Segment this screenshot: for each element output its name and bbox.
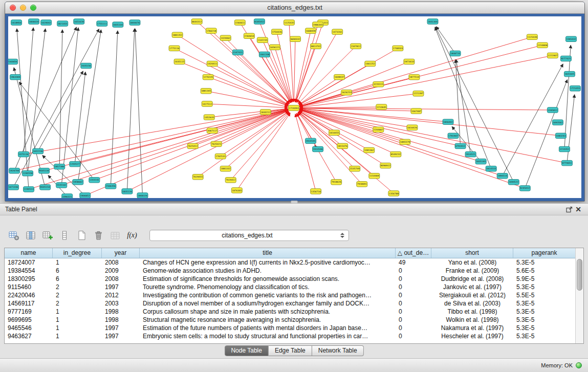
graph-node[interactable]: 3220115	[373, 82, 384, 87]
column-header-short[interactable]: short	[431, 248, 513, 258]
graph-node[interactable]: 1926706	[9, 168, 20, 173]
graph-node[interactable]: 1835104	[113, 22, 123, 27]
table-row[interactable]: 1938455462009Genome-wide association stu…	[5, 267, 576, 275]
graph-edge[interactable]	[298, 112, 374, 176]
graph-node[interactable]: 1656121	[269, 45, 280, 50]
table-scrollbar-thumb[interactable]	[577, 259, 582, 291]
graph-node[interactable]: 1858662	[73, 180, 83, 185]
graph-edge[interactable]	[13, 29, 99, 187]
graph-node[interactable]: 2260611	[234, 20, 245, 25]
graph-node[interactable]: 7918691	[357, 182, 367, 187]
graph-node[interactable]: 1914521	[465, 151, 476, 157]
graph-node[interactable]: 8549232	[390, 151, 401, 157]
graph-edge[interactable]	[300, 55, 553, 106]
graph-node[interactable]: 1791907	[448, 133, 459, 138]
graph-node[interactable]: 1125439	[527, 34, 537, 39]
graph-node[interactable]: 1724093	[288, 105, 299, 111]
graph-node[interactable]: 1762531	[215, 154, 226, 159]
new-table-icon[interactable]	[75, 229, 88, 242]
graph-node[interactable]: 1461252	[365, 61, 376, 66]
graph-node[interactable]: 6774651	[561, 160, 572, 165]
tab-edge-table[interactable]: Edge Table	[269, 345, 312, 356]
graph-node[interactable]: 1693562	[552, 120, 563, 125]
graph-edge[interactable]	[300, 107, 381, 108]
graph-node[interactable]: 1190558	[23, 170, 33, 176]
graph-node[interactable]: 1075116	[18, 151, 29, 157]
graph-node[interactable]: 1420411	[207, 61, 217, 66]
graph-node[interactable]: 1755111	[97, 21, 107, 26]
graph-edge[interactable]	[300, 84, 379, 106]
graph-node[interactable]: 9245012	[519, 186, 530, 191]
graph-node[interactable]: 1616455	[329, 130, 340, 135]
graph-node[interactable]: 8096912	[380, 163, 391, 168]
graph-node[interactable]: 1067487	[411, 108, 422, 114]
graph-node[interactable]: 1608437	[334, 74, 345, 79]
network-canvas[interactable]: 1724093161895618066341619042182105516516…	[8, 16, 581, 198]
graph-node[interactable]: 1276145	[203, 74, 213, 79]
graph-node[interactable]: 7625421	[211, 141, 222, 146]
graph-node[interactable]: 9505154	[40, 185, 51, 190]
graph-node[interactable]: 1641605	[564, 71, 575, 76]
graph-node[interactable]: 1694522	[508, 180, 519, 185]
graph-node[interactable]: 1356788	[388, 191, 399, 196]
graph-node[interactable]: 1806634	[29, 19, 39, 24]
table-row[interactable]: 1830029562008Estimation of significance …	[5, 275, 576, 283]
graph-node[interactable]: 8185052	[254, 19, 265, 24]
graph-node[interactable]: 7625412	[187, 143, 198, 148]
tab-network-table[interactable]: Network Table	[312, 345, 364, 356]
graph-node[interactable]: 9277425	[560, 56, 571, 61]
graph-node[interactable]: 1081362	[364, 147, 375, 152]
tab-node-table[interactable]: Node Table	[224, 345, 269, 356]
graph-edge[interactable]	[24, 28, 33, 154]
graph-node[interactable]: 9505134	[39, 168, 50, 173]
delete-table-icon[interactable]	[92, 229, 105, 242]
table-row[interactable]: 2242004622012Investigating the contribut…	[5, 291, 576, 299]
graph-node[interactable]: 1154469	[369, 173, 380, 179]
graph-node[interactable]: 1547812	[351, 43, 361, 49]
graph-node[interactable]: 1083243	[555, 133, 566, 138]
close-panel-icon[interactable]: ✕	[574, 205, 583, 213]
graph-node[interactable]: 1748503	[393, 46, 403, 51]
column-header-out_de[interactable]: △ out_de…	[396, 248, 431, 258]
graph-node[interactable]: 2204667	[373, 127, 384, 132]
import-table-icon[interactable]	[108, 229, 122, 242]
graph-node[interactable]: 1848326	[137, 193, 148, 198]
function-builder-icon[interactable]: f(x)	[125, 229, 139, 242]
edit-columns-icon[interactable]	[41, 229, 54, 242]
graph-node[interactable]: 1203527	[70, 161, 80, 166]
graph-node[interactable]: 3067117	[207, 128, 217, 133]
graph-node[interactable]: 1102235	[257, 37, 268, 42]
graph-node[interactable]: 1535162	[56, 183, 67, 188]
graph-edge[interactable]	[296, 23, 323, 102]
graph-edge[interactable]	[299, 61, 409, 105]
column-header-pagerank[interactable]: pagerank	[513, 248, 576, 258]
graph-node[interactable]: 1618956	[11, 20, 22, 25]
citation-network-graph[interactable]: 1724093161895618066341619042182105516516…	[8, 16, 581, 198]
memory-status-icon[interactable]	[576, 362, 582, 368]
graph-node[interactable]: 7619412	[225, 178, 236, 183]
graph-edge[interactable]	[295, 114, 316, 191]
graph-node[interactable]: 1821055	[57, 21, 68, 26]
table-row[interactable]: 969969511998Structural magnetic resonanc…	[5, 316, 576, 324]
table-row[interactable]: 977716911998Corpus callosum shape and si…	[5, 308, 576, 316]
graph-node[interactable]: 1626253	[341, 90, 352, 95]
graph-node[interactable]: 1356716	[311, 189, 321, 194]
graph-node[interactable]: 1754426	[271, 29, 282, 34]
column-header-title[interactable]: title	[140, 248, 396, 258]
graph-node[interactable]: 1668459	[306, 28, 316, 33]
graph-node[interactable]: 1210352	[559, 146, 570, 151]
column-header-year[interactable]: year	[102, 248, 140, 258]
graph-edge[interactable]	[175, 48, 289, 105]
graph-node[interactable]: 1619042	[41, 20, 52, 25]
graph-node[interactable]: 1775116	[169, 46, 180, 51]
graph-node[interactable]: 1547411	[232, 50, 243, 55]
graph-edge[interactable]	[299, 110, 405, 142]
graph-edge[interactable]	[216, 111, 288, 144]
graph-node[interactable]: 1566356	[105, 184, 116, 189]
graph-node[interactable]: 1221397	[413, 91, 424, 96]
show-columns-icon[interactable]	[24, 229, 37, 242]
table-mode-icon[interactable]	[7, 229, 20, 242]
float-panel-icon[interactable]	[564, 205, 574, 213]
graph-edge[interactable]	[135, 29, 142, 195]
graph-edge[interactable]	[24, 109, 288, 154]
